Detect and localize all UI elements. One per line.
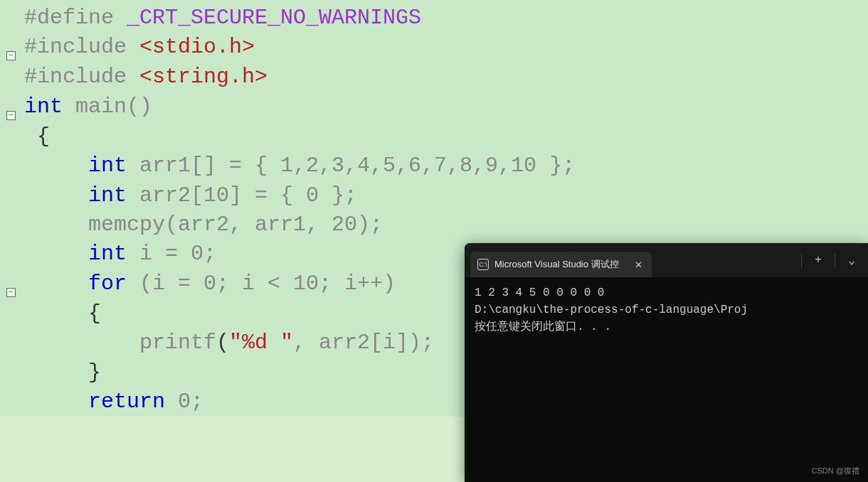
code-line-14[interactable]: return 0; (21, 387, 203, 417)
new-tab-button[interactable]: + (802, 243, 835, 277)
code-line-1[interactable]: #define _CRT_SECURE_NO_WARNINGS (21, 4, 421, 33)
close-tab-icon[interactable]: ✕ (633, 259, 645, 270)
code-line-12[interactable]: printf("%d ", arr2[i]); (21, 328, 434, 358)
code-line-8[interactable]: memcpy(arr2, arr1, 20); (21, 210, 383, 240)
fold-toggle-icon[interactable]: − (6, 111, 16, 120)
fold-toggle-icon[interactable]: − (6, 288, 16, 297)
code-line-10[interactable]: for (i = 0; i < 10; i++) (21, 269, 396, 299)
terminal-output[interactable]: 1 2 3 4 5 0 0 0 0 0D:\cangku\the-process… (465, 277, 868, 343)
code-line-11[interactable]: { (21, 299, 101, 328)
terminal-tab[interactable]: C:\ Microsoft Visual Studio 调试控 ✕ (470, 252, 652, 277)
code-line-7[interactable]: int arr2[10] = { 0 }; (21, 181, 357, 210)
output-line: D:\cangku\the-process-of-c-language\Proj (475, 301, 858, 318)
dropdown-icon[interactable]: ⌄ (835, 243, 868, 277)
output-line: 按任意键关闭此窗口. . . (475, 318, 858, 336)
terminal-window: C:\ Microsoft Visual Studio 调试控 ✕ + ⌄ 1 … (465, 243, 868, 482)
terminal-icon: C:\ (477, 259, 489, 270)
watermark: CSDN @復禮 (812, 466, 859, 476)
code-line-4[interactable]: int main() (21, 92, 152, 122)
code-line-5[interactable]: { (21, 122, 50, 151)
terminal-titlebar: C:\ Microsoft Visual Studio 调试控 ✕ + ⌄ (465, 243, 868, 277)
terminal-tab-title: Microsoft Visual Studio 调试控 (494, 258, 619, 271)
output-line: 1 2 3 4 5 0 0 0 0 0 (475, 284, 858, 301)
code-line-2[interactable]: #include <stdio.h> (21, 33, 255, 62)
code-line-3[interactable]: #include <string.h> (21, 63, 268, 92)
code-line-9[interactable]: int i = 0; (21, 240, 216, 269)
code-line-13[interactable]: } (21, 358, 101, 387)
code-line-6[interactable]: int arr1[] = { 1,2,3,4,5,6,7,8,9,10 }; (21, 151, 575, 181)
fold-toggle-icon[interactable]: − (6, 51, 16, 60)
